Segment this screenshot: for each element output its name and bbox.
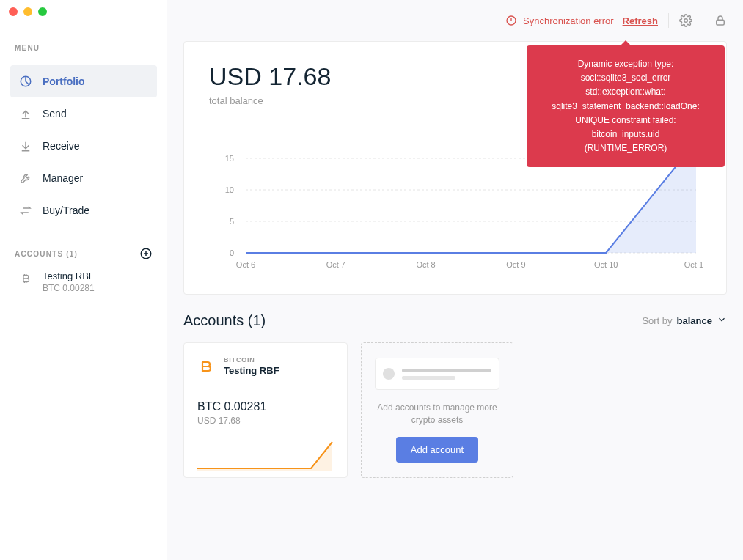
accounts-section: Accounts (1) Sort by balance bbox=[167, 312, 743, 500]
svg-point-3 bbox=[684, 19, 688, 23]
sort-value: balance bbox=[677, 315, 712, 326]
sparkline bbox=[197, 439, 334, 471]
total-balance-amount: USD 17.68 bbox=[209, 62, 331, 91]
arrow-down-icon bbox=[19, 139, 32, 152]
error-tooltip: Dynamic exception type: soci::sqlite3_so… bbox=[527, 45, 725, 167]
account-card[interactable]: BITCOIN Testing RBF BTC 0.00281 USD 17.6… bbox=[183, 342, 348, 478]
svg-rect-4 bbox=[717, 20, 725, 25]
svg-text:Oct 10: Oct 10 bbox=[594, 260, 618, 269]
sidebar: MENU Portfolio Send Receive Manager bbox=[0, 0, 167, 560]
card-balance: BTC 0.00281 bbox=[197, 400, 334, 413]
svg-text:0: 0 bbox=[230, 248, 234, 257]
total-balance-block: USD 17.68 total balance bbox=[209, 62, 331, 106]
sidebar-item-label: Buy/Trade bbox=[43, 205, 89, 216]
close-window[interactable] bbox=[9, 7, 18, 16]
divider bbox=[703, 13, 703, 28]
sidebar-item-manager[interactable]: Manager bbox=[10, 162, 157, 194]
sort-label: Sort by bbox=[642, 315, 672, 326]
accounts-header-row: ACCOUNTS (1) bbox=[10, 247, 157, 260]
refresh-link[interactable]: Refresh bbox=[623, 15, 658, 26]
pie-chart-icon bbox=[19, 75, 32, 88]
svg-text:Oct 6: Oct 6 bbox=[236, 260, 255, 269]
add-account-button[interactable]: Add account bbox=[396, 437, 478, 463]
minimize-window[interactable] bbox=[23, 7, 32, 16]
account-balance: BTC 0.00281 bbox=[43, 283, 95, 293]
sidebar-item-label: Send bbox=[43, 108, 67, 119]
svg-text:15: 15 bbox=[225, 154, 234, 163]
account-name: Testing RBF bbox=[43, 270, 95, 281]
svg-text:Oct 11: Oct 11 bbox=[684, 260, 703, 269]
coin-label: BITCOIN bbox=[224, 356, 279, 364]
accounts-header-label: ACCOUNTS (1) bbox=[15, 250, 78, 258]
bitcoin-icon bbox=[197, 358, 215, 375]
card-fiat: USD 17.68 bbox=[197, 416, 334, 426]
sidebar-item-buy-trade[interactable]: Buy/Trade bbox=[10, 194, 157, 226]
sidebar-item-send[interactable]: Send bbox=[10, 97, 157, 130]
svg-text:10: 10 bbox=[225, 185, 234, 194]
maximize-window[interactable] bbox=[38, 7, 47, 16]
add-account-card: Add accounts to manage more crypto asset… bbox=[361, 342, 513, 478]
sync-error-banner: Synchronization error Refresh bbox=[505, 15, 658, 26]
card-account-name: Testing RBF bbox=[224, 365, 279, 376]
sort-dropdown[interactable]: Sort by balance bbox=[642, 314, 727, 327]
divider bbox=[668, 13, 669, 28]
swap-icon bbox=[19, 204, 32, 217]
lock-icon[interactable] bbox=[714, 14, 727, 27]
menu-header: MENU bbox=[10, 44, 157, 52]
error-icon bbox=[505, 15, 517, 26]
sidebar-item-label: Receive bbox=[43, 140, 80, 152]
svg-text:Oct 7: Oct 7 bbox=[326, 260, 345, 269]
sidebar-item-portfolio[interactable]: Portfolio bbox=[10, 65, 157, 97]
svg-text:Oct 8: Oct 8 bbox=[416, 260, 435, 269]
sidebar-item-receive[interactable]: Receive bbox=[10, 130, 157, 162]
arrow-up-icon bbox=[19, 107, 32, 120]
chevron-down-icon bbox=[717, 314, 727, 327]
sidebar-account-item[interactable]: Testing RBF BTC 0.00281 bbox=[10, 260, 157, 303]
sidebar-item-label: Manager bbox=[43, 172, 83, 184]
window-traffic-lights bbox=[9, 7, 47, 16]
tools-icon bbox=[19, 172, 32, 185]
sidebar-item-label: Portfolio bbox=[43, 75, 85, 87]
section-title: Accounts (1) bbox=[183, 312, 266, 329]
settings-icon[interactable] bbox=[679, 14, 692, 27]
main-content: Synchronization error Refresh Dynamic ex… bbox=[167, 0, 743, 560]
error-text: Synchronization error bbox=[523, 15, 614, 26]
svg-text:Oct 9: Oct 9 bbox=[506, 260, 525, 269]
total-balance-label: total balance bbox=[209, 95, 331, 106]
svg-text:5: 5 bbox=[230, 217, 234, 226]
placeholder-graphic bbox=[375, 358, 499, 390]
bitcoin-outline-icon bbox=[19, 272, 32, 285]
add-account-icon[interactable] bbox=[139, 247, 153, 260]
topbar: Synchronization error Refresh bbox=[167, 0, 743, 41]
add-card-text: Add accounts to manage more crypto asset… bbox=[375, 402, 499, 427]
